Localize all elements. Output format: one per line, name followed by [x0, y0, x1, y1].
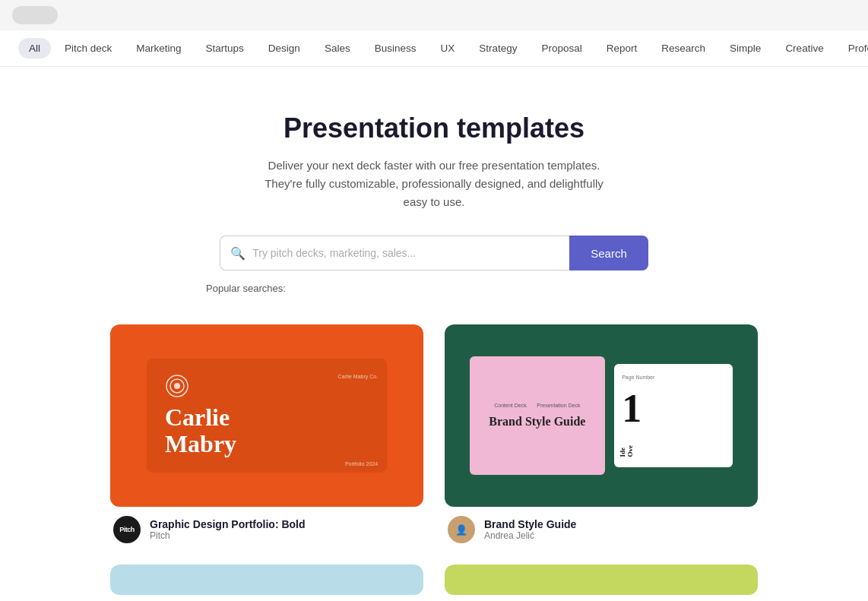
card-thumbnail-wrapper-3 — [110, 565, 423, 595]
avatar-pitch-text: Pitch — [119, 526, 135, 533]
filter-tab-business[interactable]: Business — [364, 38, 427, 59]
slide-pink: Content Deck Presentation Deck Brand Sty… — [470, 356, 606, 475]
avatar-andrea-text: 👤 — [455, 524, 467, 536]
top-bar — [0, 0, 868, 30]
page-title: Presentation templates — [110, 112, 758, 144]
card-small-tag: Carlie Mabry Co. — [338, 374, 379, 379]
card-author-2: Andrea Jelić — [484, 530, 576, 541]
slide-side-text: IdeOve — [619, 445, 634, 457]
slide-small-text: Page Number — [622, 375, 654, 380]
card-thumbnail-wrapper-2: Content Deck Presentation Deck Brand Sty… — [445, 324, 758, 507]
template-card-2[interactable]: Content Deck Presentation Deck Brand Sty… — [445, 324, 758, 543]
filter-tab-all[interactable]: All — [18, 38, 51, 59]
filter-tab-professional[interactable]: Professional — [838, 38, 868, 59]
card-info-2: Brand Style Guide Andrea Jelić — [484, 518, 576, 541]
slide-big-number: 1 — [622, 389, 641, 429]
filter-tab-report[interactable]: Report — [596, 38, 648, 59]
card-name-text: Carlie Mabry — [165, 404, 236, 457]
filter-tab-research[interactable]: Research — [651, 38, 716, 59]
popular-searches-label: Popular searches: — [110, 283, 758, 294]
template-card-3[interactable] — [110, 565, 423, 595]
card-inner-orange: Carlie Mabry Co. Carlie Mabry Portfolio … — [147, 359, 387, 473]
search-button[interactable]: Search — [569, 236, 648, 270]
filter-tab-ux[interactable]: UX — [429, 38, 465, 59]
avatar-pitch: Pitch — [113, 516, 141, 543]
avatar-andrea: 👤 — [448, 516, 475, 543]
card-thumbnail-green: Content Deck Presentation Deck Brand Sty… — [445, 324, 758, 507]
templates-grid: Carlie Mabry Co. Carlie Mabry Portfolio … — [110, 324, 758, 595]
slide-small-label: Content Deck Presentation Deck — [494, 403, 580, 408]
filter-bar: All Pitch deck Marketing Startups Design… — [0, 30, 868, 67]
card-footer-2: 👤 Brand Style Guide Andrea Jelić — [445, 507, 758, 543]
filter-tab-design[interactable]: Design — [258, 38, 311, 59]
filter-tab-proposal[interactable]: Proposal — [531, 38, 593, 59]
search-input-wrapper: 🔍 — [220, 236, 569, 270]
card-title-2: Brand Style Guide — [484, 518, 576, 530]
filter-tab-creative[interactable]: Creative — [775, 38, 834, 59]
search-icon: 🔍 — [230, 246, 246, 261]
card-thumbnail-orange: Carlie Mabry Co. Carlie Mabry Portfolio … — [110, 324, 423, 507]
card-thumbnail-wrapper-4 — [445, 565, 758, 595]
card-logo-icon — [165, 374, 189, 398]
hero-subtitle: Deliver your next deck faster with our f… — [259, 157, 609, 211]
slide-brand-title: Brand Style Guide — [489, 414, 585, 429]
logo[interactable] — [12, 6, 58, 24]
card-thumbnail-blue-partial — [110, 565, 423, 595]
card-footer-1: Pitch Graphic Design Portfolio: Bold Pit… — [110, 507, 423, 543]
card-thumbnail-yellow-partial — [445, 565, 758, 595]
card-title-1: Graphic Design Portfolio: Bold — [150, 518, 306, 530]
card-info-1: Graphic Design Portfolio: Bold Pitch — [150, 518, 306, 541]
card-thumbnail-wrapper-1: Carlie Mabry Co. Carlie Mabry Portfolio … — [110, 324, 423, 507]
filter-tab-simple[interactable]: Simple — [719, 38, 771, 59]
template-card-1[interactable]: Carlie Mabry Co. Carlie Mabry Portfolio … — [110, 324, 423, 543]
template-card-4[interactable] — [445, 565, 758, 595]
filter-tab-pitch-deck[interactable]: Pitch deck — [54, 38, 122, 59]
filter-tab-marketing[interactable]: Marketing — [125, 38, 192, 59]
card-bottom-tag: Portfolio 2024 — [345, 461, 378, 467]
filter-tab-strategy[interactable]: Strategy — [468, 38, 527, 59]
card-author-1: Pitch — [150, 530, 306, 541]
filter-tab-startups[interactable]: Startups — [195, 38, 255, 59]
svg-point-2 — [174, 383, 180, 389]
search-input[interactable] — [220, 236, 569, 270]
main-content: Presentation templates Deliver your next… — [92, 67, 776, 601]
search-container: 🔍 Search — [110, 236, 758, 270]
slide-white: Page Number 1 IdeOve — [614, 364, 733, 467]
hero-section: Presentation templates Deliver your next… — [110, 112, 758, 294]
filter-tab-sales[interactable]: Sales — [314, 38, 361, 59]
